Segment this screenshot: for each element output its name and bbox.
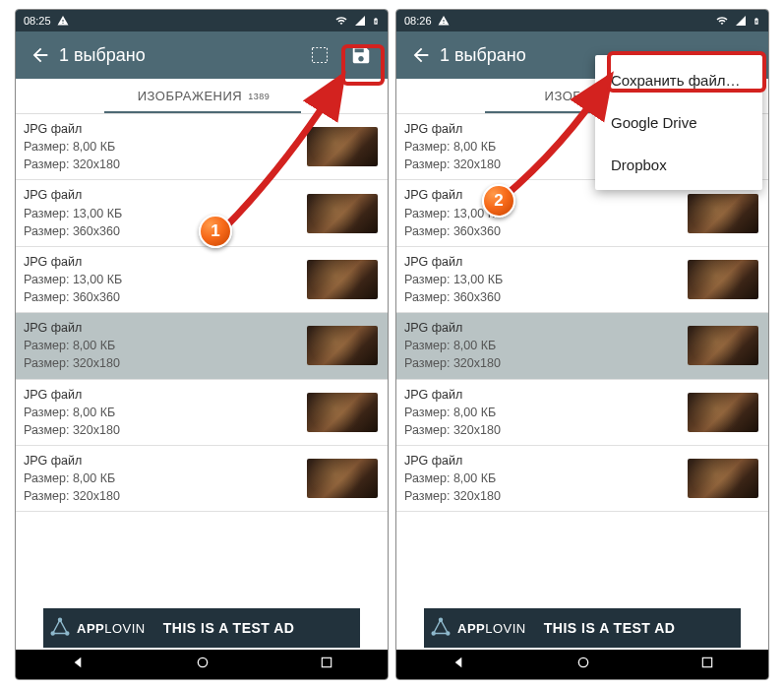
list-item[interactable]: JPG файлРазмер: 8,00 КБРазмер: 320x180 [396,313,768,379]
svg-point-8 [447,632,450,635]
file-size: Размер: 8,00 КБ [24,138,307,156]
file-dimensions: Размер: 360x360 [404,222,688,240]
list-item[interactable]: JPG файлРазмер: 8,00 КБРазмер: 320x180 [396,446,768,512]
list-item-info: JPG файлРазмер: 13,00 КБРазмер: 360x360 [404,186,688,239]
thumbnail [307,127,378,166]
warning-icon [57,15,69,27]
file-dimensions: Размер: 360x360 [404,288,688,306]
nav-recent-icon[interactable] [700,656,714,673]
menu-google-drive[interactable]: Google Drive [595,101,762,144]
file-dimensions: Размер: 360x360 [24,288,307,306]
nav-home-icon[interactable] [195,655,211,674]
applovin-icon [43,617,77,639]
tab-count: 1389 [248,92,270,101]
nav-back-icon[interactable] [70,655,86,674]
file-size: Размер: 8,00 КБ [24,470,307,487]
warning-icon [438,15,450,27]
thumbnail [307,459,378,498]
thumbnail [688,194,758,233]
signal-icon [354,15,366,27]
app-bar: 1 выбрано [16,31,388,79]
file-type: JPG файл [24,386,307,404]
ad-brand: APPLOVIN [457,621,526,636]
list-item[interactable]: JPG файлРазмер: 13,00 КБРазмер: 360x360 [16,247,388,313]
status-time: 08:25 [24,15,51,27]
list-item[interactable]: JPG файлРазмер: 13,00 КБРазмер: 360x360 [396,247,768,313]
status-bar: 08:26 [396,10,768,31]
file-type: JPG файл [404,253,688,271]
file-dimensions: Размер: 320x180 [24,354,307,372]
ad-brand: APPLOVIN [77,621,146,636]
list-item-info: JPG файлРазмер: 8,00 КБРазмер: 320x180 [24,386,307,439]
thumbnail [688,260,758,299]
svg-rect-5 [322,658,331,666]
svg-point-3 [66,632,69,635]
android-navbar [396,650,768,679]
svg-point-9 [578,658,587,666]
status-time: 08:26 [404,15,432,27]
ad-banner[interactable]: APPLOVIN THIS IS A TEST AD [424,608,741,648]
step-badge-2: 2 [482,184,515,218]
tab-images[interactable]: ИЗОБРАЖЕНИЯ 1389 [16,79,388,114]
list-item[interactable]: JPG файлРазмер: 8,00 КБРазмер: 320x180 [16,114,388,180]
nav-recent-icon[interactable] [320,656,333,673]
wifi-icon [715,15,729,27]
list-item[interactable]: JPG файлРазмер: 8,00 КБРазмер: 320x180 [16,446,388,512]
signal-icon [735,15,747,27]
file-dimensions: Размер: 320x180 [24,487,307,505]
file-size: Размер: 8,00 КБ [404,337,688,354]
ad-banner[interactable]: APPLOVIN THIS IS A TEST AD [43,608,360,648]
list-item[interactable]: JPG файлРазмер: 8,00 КБРазмер: 320x180 [396,380,768,446]
save-menu: Сохранить файл… Google Drive Dropbox [595,55,762,190]
thumbnail [688,326,758,365]
file-size: Размер: 8,00 КБ [24,337,307,354]
svg-point-4 [198,658,207,666]
list-item-info: JPG файлРазмер: 8,00 КБРазмер: 320x180 [404,386,688,439]
image-list[interactable]: JPG файлРазмер: 8,00 КБРазмер: 320x180JP… [16,114,388,512]
select-all-button[interactable] [299,35,340,75]
thumbnail [688,393,758,432]
list-item[interactable]: JPG файлРазмер: 8,00 КБРазмер: 320x180 [16,313,388,379]
nav-back-icon[interactable] [451,655,466,674]
list-item-info: JPG файлРазмер: 8,00 КБРазмер: 320x180 [24,452,307,505]
list-item[interactable]: JPG файлРазмер: 8,00 КБРазмер: 320x180 [16,380,388,446]
file-type: JPG файл [24,120,307,138]
file-dimensions: Размер: 320x180 [404,421,688,439]
file-size: Размер: 13,00 КБ [24,205,307,222]
thumbnail [307,194,378,233]
list-item-info: JPG файлРазмер: 13,00 КБРазмер: 360x360 [24,186,307,239]
tab-underline [485,111,613,113]
list-item-info: JPG файлРазмер: 13,00 КБРазмер: 360x360 [24,253,307,306]
file-size: Размер: 8,00 КБ [24,404,307,421]
list-item-info: JPG файлРазмер: 13,00 КБРазмер: 360x360 [404,253,688,306]
list-item-info: JPG файлРазмер: 8,00 КБРазмер: 320x180 [404,452,688,505]
file-type: JPG файл [24,253,307,271]
menu-save-file[interactable]: Сохранить файл… [595,59,762,101]
step-badge-1: 1 [199,215,232,248]
back-button[interactable] [402,44,440,66]
battery-icon [753,15,760,28]
save-button[interactable] [340,35,382,75]
back-button[interactable] [22,44,59,66]
thumbnail [307,326,378,365]
tab-label: ИЗОБРАЖЕНИЯ [134,89,246,103]
battery-icon [372,15,380,28]
file-size: Размер: 13,00 КБ [404,271,688,288]
file-size: Размер: 8,00 КБ [404,470,688,487]
list-item-info: JPG файлРазмер: 8,00 КБРазмер: 320x180 [24,319,307,372]
appbar-title: 1 выбрано [59,45,299,66]
file-dimensions: Размер: 320x180 [404,487,688,505]
file-type: JPG файл [24,452,307,470]
ad-text: THIS IS A TEST AD [544,620,676,636]
applovin-icon [424,617,457,639]
file-type: JPG файл [404,319,688,337]
file-type: JPG файл [404,452,688,470]
file-dimensions: Размер: 320x180 [404,354,688,372]
tab-underline [104,111,301,113]
svg-rect-0 [313,48,328,63]
file-type: JPG файл [24,319,307,337]
list-item[interactable]: JPG файлРазмер: 13,00 КБРазмер: 360x360 [396,180,768,246]
ad-text: THIS IS A TEST AD [163,620,295,636]
menu-dropbox[interactable]: Dropbox [595,144,762,186]
nav-home-icon[interactable] [575,655,591,674]
